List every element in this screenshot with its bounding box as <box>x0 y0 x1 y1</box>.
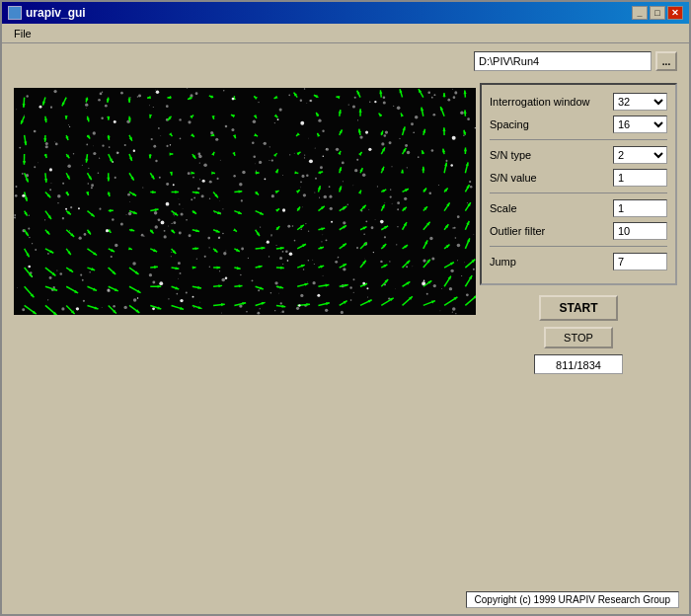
divider-1 <box>490 139 667 140</box>
copyright-text: Copyright (c) 1999 URAPIV Research Group <box>475 594 670 605</box>
outlier-filter-input[interactable] <box>613 222 667 240</box>
jump-label: Jump <box>490 256 516 268</box>
sn-type-select[interactable]: 2 1 <box>613 146 667 164</box>
maximize-button[interactable]: □ <box>650 6 665 20</box>
outlier-filter-row: Outlier filter <box>490 222 667 240</box>
sn-value-row: S/N value <box>490 169 667 187</box>
window-title: urapiv_gui <box>26 6 86 20</box>
menu-bar: File <box>2 24 689 43</box>
title-bar-buttons: _ □ ✕ <box>632 6 683 20</box>
browse-button[interactable]: ... <box>655 51 677 71</box>
piv-canvas <box>14 88 476 315</box>
app-icon <box>8 6 22 20</box>
scale-label: Scale <box>490 202 517 214</box>
main-window: urapiv_gui _ □ ✕ File ... Interrogat <box>0 0 691 616</box>
spacing-label: Spacing <box>490 118 529 130</box>
stop-button[interactable]: STOP <box>544 327 613 348</box>
file-path-row: ... <box>474 51 677 71</box>
start-button[interactable]: START <box>539 295 618 321</box>
minimize-button[interactable]: _ <box>632 6 648 20</box>
spacing-select[interactable]: 16 8 32 <box>613 116 667 133</box>
sn-type-row: S/N type 2 1 <box>490 146 667 164</box>
divider-3 <box>490 246 667 247</box>
divider-2 <box>490 192 667 193</box>
scale-input[interactable] <box>613 199 667 217</box>
sn-type-label: S/N type <box>490 149 531 161</box>
jump-input[interactable] <box>613 253 667 270</box>
copyright-footer: Copyright (c) 1999 URAPIV Research Group <box>466 591 679 608</box>
piv-image-canvas <box>14 88 476 315</box>
jump-row: Jump <box>490 253 667 270</box>
interrogation-window-row: Interrogation window 32 16 64 <box>490 93 667 111</box>
title-bar: urapiv_gui _ □ ✕ <box>2 2 689 24</box>
title-bar-left: urapiv_gui <box>8 6 86 20</box>
spacing-row: Spacing 16 8 32 <box>490 116 667 133</box>
scale-row: Scale <box>490 199 667 217</box>
close-button[interactable]: ✕ <box>667 6 683 20</box>
outlier-filter-label: Outlier filter <box>490 225 545 237</box>
interrogation-window-select[interactable]: 32 16 64 <box>613 93 667 111</box>
counter-display: 811/1834 <box>534 354 623 374</box>
settings-box: Interrogation window 32 16 64 Spacing 16… <box>480 83 677 285</box>
sn-value-label: S/N value <box>490 172 537 184</box>
content-area: ... Interrogation window 32 16 64 <box>2 43 689 614</box>
menu-file[interactable]: File <box>6 26 39 41</box>
interrogation-window-label: Interrogation window <box>490 96 590 108</box>
file-path-input[interactable] <box>474 51 652 71</box>
sn-value-input[interactable] <box>613 169 667 187</box>
right-panel: Interrogation window 32 16 64 Spacing 16… <box>480 83 677 374</box>
